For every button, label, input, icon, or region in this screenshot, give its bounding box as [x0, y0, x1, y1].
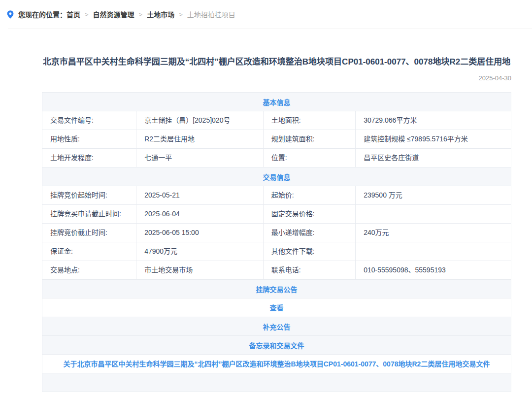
document-link[interactable]: 查看: [265, 303, 289, 313]
field-label: 联系电话:: [264, 261, 356, 279]
location-pin-icon: [7, 10, 14, 19]
field-value: 昌平区史各庄街道: [356, 149, 511, 167]
field-value: 建筑控制规模 ≤79895.5716平方米: [356, 130, 511, 148]
breadcrumb-item-home[interactable]: 首页: [66, 9, 80, 19]
field-label: 土地面积:: [264, 111, 356, 130]
field-value: 30729.066平方米: [356, 111, 511, 130]
section-header-row: 基本信息: [42, 93, 511, 111]
table-row: 交易文件编号:京土储挂（昌）[2025]020号土地面积:30729.066平方…: [42, 111, 511, 130]
field-value: 七通一平: [136, 149, 264, 167]
field-value: R2二类居住用地: [136, 130, 264, 148]
breadcrumb-separator: >: [179, 11, 183, 18]
field-label: 用地性质:: [42, 130, 136, 148]
field-value: 2025-06-05 15:00: [136, 224, 264, 242]
field-label: 交易文件编号:: [42, 111, 136, 130]
field-value: 市土地交易市场: [136, 261, 264, 279]
table-row: 挂牌竞价起始时间:2025-05-21起始价:239500 万元: [42, 186, 511, 205]
breadcrumb-prefix: 您现在的位置：: [18, 9, 66, 19]
section-header-row: [42, 373, 511, 392]
section-header-label: 备忘录和交易文件: [42, 336, 511, 354]
main-content: 北京市昌平区中关村生命科学园三期及“北四村”棚户区改造和环境整治B地块项目CP0…: [42, 55, 511, 392]
field-value: 47900万元: [136, 242, 264, 261]
field-value: 2025-06-04: [136, 205, 264, 223]
field-label: 土地开发程度:: [42, 149, 136, 167]
field-label: 规划建筑面积:: [264, 130, 356, 148]
section-header-label: 补充公告: [42, 317, 511, 335]
field-value: 240万元: [356, 224, 511, 242]
section-header-label: 交易信息: [42, 167, 511, 186]
document-link[interactable]: 关于北京市昌平区中关村生命科学园三期及“北四村”棚户区改造和环境整治B地块项目C…: [59, 359, 495, 369]
land-listing-table: 基本信息交易文件编号:京土储挂（昌）[2025]020号土地面积:30729.0…: [42, 92, 511, 392]
breadcrumb-item-current: 土地招拍挂项目: [187, 9, 235, 19]
section-header-label: 基本信息: [42, 93, 511, 111]
field-label: 固定交易价格:: [264, 205, 356, 223]
breadcrumb: 您现在的位置： 首页 > 自然资源管理 > 土地市场 > 土地招拍挂项目: [0, 0, 532, 29]
table-row: 土地开发程度:七通一平位置:昌平区史各庄街道: [42, 149, 511, 167]
field-value: 010-55595098、55595193: [356, 261, 511, 279]
breadcrumb-separator: >: [139, 11, 143, 18]
section-header-row: 交易信息: [42, 167, 511, 186]
link-row: 关于北京市昌平区中关村生命科学园三期及“北四村”棚户区改造和环境整治B地块项目C…: [42, 355, 511, 373]
field-label: 位置:: [264, 149, 356, 167]
field-value: [356, 242, 511, 261]
page-title: 北京市昌平区中关村生命科学园三期及“北四村”棚户区改造和环境整治B地块项目CP0…: [42, 55, 511, 69]
section-header-label: [42, 373, 511, 392]
breadcrumb-separator: >: [85, 11, 89, 18]
section-header-row: 补充公告: [42, 317, 511, 336]
field-value: 京土储挂（昌）[2025]020号: [136, 111, 264, 130]
table-row: 交易地点:市土地交易市场联系电话:010-55595098、55595193: [42, 261, 511, 280]
breadcrumb-divider: [8, 29, 532, 29]
field-label: 保证金:: [42, 242, 136, 261]
field-label: 交易地点:: [42, 261, 136, 279]
field-label: 起始价:: [264, 186, 356, 204]
breadcrumb-item-land-market[interactable]: 土地市场: [147, 9, 174, 19]
table-row: 用地性质:R2二类居住用地规划建筑面积:建筑控制规模 ≤79895.5716平方…: [42, 130, 511, 149]
field-value: [356, 205, 511, 223]
section-header-label: 挂牌交易公告: [42, 280, 511, 298]
field-label: 挂牌竞价起始时间:: [42, 186, 136, 204]
link-row: 查看: [42, 298, 511, 317]
table-row: 保证金:47900万元其他文件下载:: [42, 242, 511, 261]
table-row: 挂牌竞价截止时间:2025-06-05 15:00最小递增幅度:240万元: [42, 224, 511, 242]
field-value: 239500 万元: [356, 186, 511, 204]
field-value: 2025-05-21: [136, 186, 264, 204]
field-label: 其他文件下载:: [264, 242, 356, 261]
publish-date: 2025-04-30: [42, 74, 511, 82]
field-label: 挂牌竞买申请截止时间:: [42, 205, 136, 223]
section-header-row: 备忘录和交易文件: [42, 336, 511, 355]
table-row: 挂牌竞买申请截止时间:2025-06-04固定交易价格:: [42, 205, 511, 224]
field-label: 挂牌竞价截止时间:: [42, 224, 136, 242]
section-header-row: 挂牌交易公告: [42, 280, 511, 298]
field-label: 最小递增幅度:: [264, 224, 356, 242]
breadcrumb-item-natural-resources[interactable]: 自然资源管理: [93, 9, 134, 19]
